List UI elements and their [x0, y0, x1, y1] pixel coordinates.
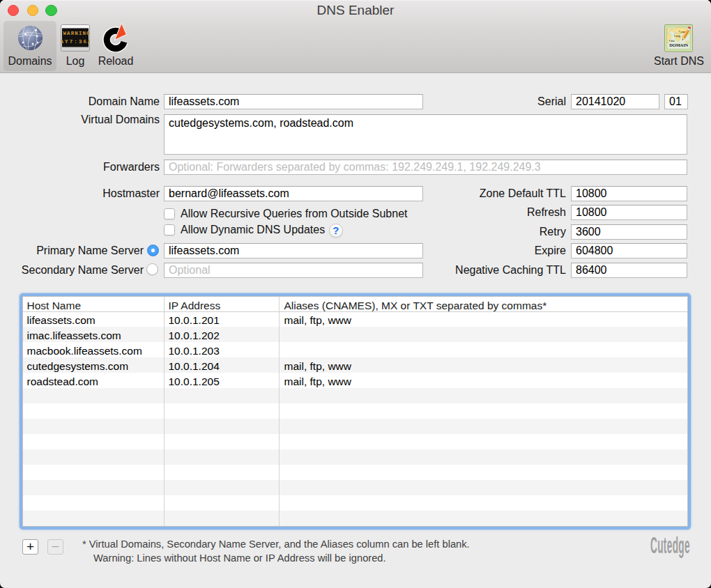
- svg-text:AY7:36A: AY7:36A: [61, 39, 90, 45]
- svg-text:.org: .org: [675, 35, 681, 38]
- svg-text:DOMAIN: DOMAIN: [669, 42, 688, 47]
- svg-text:WARNING: WARNING: [63, 31, 91, 36]
